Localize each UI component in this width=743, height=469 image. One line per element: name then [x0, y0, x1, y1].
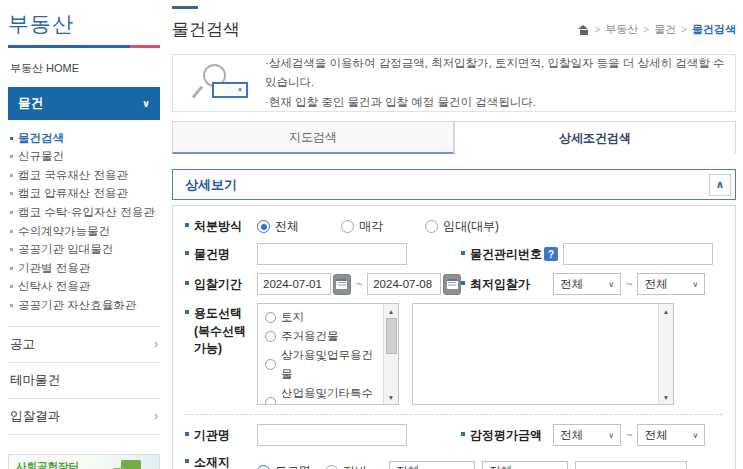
radio-icon — [341, 220, 354, 233]
collapse-button[interactable]: ∧ — [709, 174, 731, 196]
radio-selected-icon — [257, 465, 270, 469]
banner-illustration — [109, 460, 149, 469]
bid-period-label: 입찰기간 — [185, 276, 257, 293]
info-text: ·상세검색을 이용하여 감정금액, 최저입찰가, 토지면적, 입찰일자 등을 더… — [265, 54, 735, 113]
breadcrumb-separator: > — [594, 24, 600, 35]
sidebar-item-by-institution[interactable]: 기관별 전용관 — [8, 259, 160, 278]
disposal-radio-sale[interactable]: 매각 — [341, 218, 383, 235]
sidebar-item-kamco-national[interactable]: 캠코 국유재산 전용관 — [8, 166, 160, 185]
bullet-icon — [10, 155, 13, 158]
usage-options-listbox[interactable]: 토지 주거용건물 상가용및업무용건물 산업용및기타특수용건물 — [257, 303, 399, 405]
sidebar-item-home[interactable]: 부동산 HOME — [8, 48, 160, 87]
scroll-up-icon[interactable]: ▲ — [388, 304, 394, 318]
organization-label: 기관명 — [185, 427, 257, 444]
sidebar-item-kamco-seized[interactable]: 캠코 압류재산 전용관 — [8, 185, 160, 204]
usage-option-land[interactable]: 토지 — [265, 308, 381, 327]
radio-icon — [265, 331, 276, 342]
mgmt-no-input[interactable] — [563, 243, 713, 265]
bid-period-from-input[interactable] — [257, 273, 331, 295]
organization-input[interactable] — [257, 424, 407, 446]
sidebar-item-trust-company[interactable]: 신탁사 전용관 — [8, 278, 160, 297]
usage-option-residential[interactable]: 주거용건물 — [265, 327, 381, 346]
bullet-icon — [10, 248, 13, 251]
sidebar-section-theme[interactable]: 테마물건 — [8, 362, 160, 398]
sidebar-item-label: 캠코 압류재산 전용관 — [18, 187, 128, 200]
sidebar-item-new-property[interactable]: 신규물건 — [8, 148, 160, 167]
sidebar-item-label: 기관별 전용관 — [18, 262, 90, 275]
sidebar-item-label: 공공기관 임대물건 — [18, 243, 113, 256]
row-location: 소재지 (보관장소) 도로명 지번 전체 ∨ 전체 — [185, 450, 723, 469]
magnifier-handle — [192, 86, 203, 99]
title-underline-red — [130, 45, 160, 48]
calendar-icon[interactable] — [333, 274, 351, 295]
property-name-label: 물건명 — [185, 246, 257, 263]
sidebar-item-label: 수의계약가능물건 — [18, 225, 110, 238]
property-name-input[interactable] — [257, 243, 407, 265]
scroll-up-icon[interactable]: ▲ — [663, 304, 669, 318]
sidebar-section-bid-results[interactable]: 입찰결과 › — [8, 398, 160, 434]
bullet-icon — [10, 285, 13, 288]
bid-period-to-input[interactable] — [367, 273, 441, 295]
promo-banner[interactable]: 사회공헌장터 나눔매칭 서비스 자세히보기 › ▶ ‹ › — [8, 454, 160, 469]
sidebar-item-private-contract[interactable]: 수의계약가능물건 — [8, 222, 160, 241]
usage-selected-listbox[interactable]: ▲ ▼ — [412, 303, 674, 405]
radio-icon — [265, 397, 276, 405]
magnifier-searchbox: ▼ — [212, 82, 248, 98]
location-radio-road-name[interactable]: 도로명 — [257, 463, 311, 469]
search-info-box: ▼ ·상세검색을 이용하여 감정금액, 최저입찰가, 토지면적, 입찰일자 등을… — [172, 54, 736, 112]
usage-option-industrial[interactable]: 산업용및기타특수용건물 — [265, 384, 381, 405]
row-property-name: 물건명 물건관리번호 ? — [185, 239, 723, 269]
sidebar-item-kamco-trust[interactable]: 캠코 수탁·유입자산 전용관 — [8, 203, 160, 222]
select-arrow-icon: ∨ — [693, 280, 699, 289]
usage-option-commercial[interactable]: 상가용및업무용건물 — [265, 346, 381, 384]
sidebar-item-public-rental[interactable]: 공공기관 임대물건 — [8, 241, 160, 260]
location-region1-select[interactable]: 전체 ∨ — [389, 461, 475, 469]
min-bid-to-select[interactable]: 전체 ∨ — [637, 273, 705, 295]
scroll-down-icon[interactable]: ▼ — [388, 390, 394, 404]
tab-detail-search[interactable]: 상세조건검색 — [454, 121, 736, 154]
breadcrumb-item[interactable]: 부동산 — [605, 22, 638, 37]
sidebar-menu-header-label: 물건 — [18, 95, 43, 112]
breadcrumb-separator: > — [643, 24, 649, 35]
bullet-icon — [10, 137, 13, 140]
min-bid-from-select[interactable]: 전체 ∨ — [553, 273, 621, 295]
tab-map-search[interactable]: 지도검색 — [172, 121, 454, 154]
row-disposal-method: 처분방식 전체 매각 임대(대부) — [185, 214, 723, 239]
scrollbar[interactable]: ▲ ▼ — [658, 304, 673, 404]
location-region2-select[interactable]: 전체 ∨ — [482, 461, 568, 469]
sidebar-menu-header[interactable]: 물건 ∨ — [8, 87, 160, 120]
scroll-down-icon[interactable]: ▼ — [663, 390, 669, 404]
calendar-icon[interactable] — [443, 274, 461, 295]
scrollbar[interactable]: ▲ ▼ — [383, 304, 398, 404]
detail-panel-header: 상세보기 ∧ — [172, 169, 736, 200]
chevron-right-icon: › — [154, 337, 158, 351]
sidebar-item-asset-efficiency[interactable]: 공공기관 자산효율화관 — [8, 296, 160, 315]
label-bullet-icon — [461, 251, 465, 255]
sidebar-section-notice[interactable]: 공고 › — [8, 326, 160, 362]
location-detail-input[interactable] — [575, 461, 687, 469]
info-line: ·현재 입찰 중인 물건과 입찰 예정 물건이 검색됩니다. — [265, 93, 735, 113]
appraisal-from-select[interactable]: 전체 ∨ — [553, 424, 621, 446]
breadcrumb-item[interactable]: 물건 — [654, 22, 676, 37]
home-icon[interactable] — [578, 25, 589, 35]
label-bullet-icon — [461, 432, 465, 436]
help-icon[interactable]: ? — [544, 247, 558, 261]
location-label: 소재지 (보관장소) — [185, 454, 257, 469]
label-bullet-icon — [185, 223, 189, 227]
appraisal-to-select[interactable]: 전체 ∨ — [637, 424, 705, 446]
sidebar-item-label: 신탁사 전용관 — [18, 280, 90, 293]
section-label: 공고 — [10, 336, 35, 353]
label-bullet-icon — [185, 459, 189, 463]
disposal-radio-all[interactable]: 전체 — [257, 218, 299, 235]
section-label: 입찰결과 — [10, 408, 60, 425]
disposal-radio-lease[interactable]: 임대(대부) — [425, 218, 499, 235]
label-bullet-icon — [185, 310, 189, 314]
chevron-right-icon: › — [154, 409, 158, 423]
label-bullet-icon — [185, 251, 189, 255]
location-radio-lot-number[interactable]: 지번 — [325, 463, 367, 469]
mgmt-no-label: 물건관리번호 — [461, 246, 542, 263]
sidebar-item-property-search[interactable]: 물건검색 — [8, 129, 160, 148]
select-arrow-icon: ∨ — [608, 431, 614, 440]
scroll-thumb[interactable] — [386, 318, 397, 354]
search-tabs: 지도검색 상세조건검색 — [172, 121, 736, 154]
